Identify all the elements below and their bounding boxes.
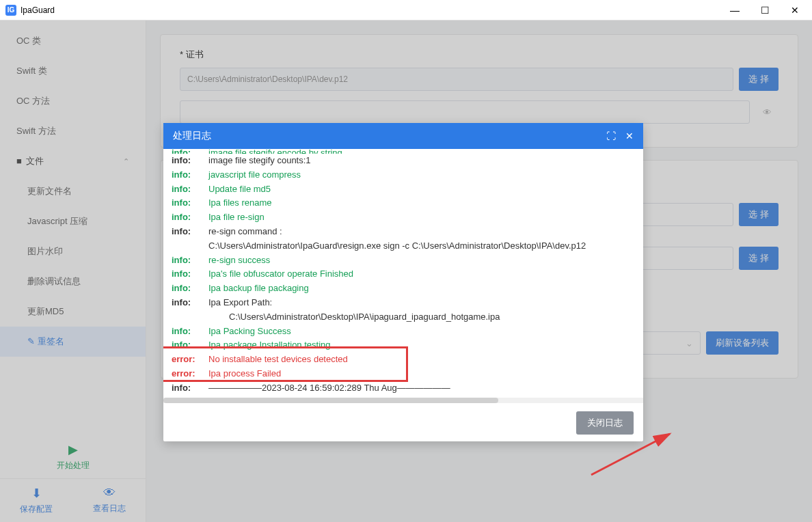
window-title: IpaGuard <box>21 5 726 15</box>
log-line: info:Ipa Packing Success <box>172 325 635 339</box>
log-line: C:\Users\Administrator\IpaGuard\resign.e… <box>172 239 635 253</box>
title-bar: IG IpaGuard — ☐ ✕ <box>0 0 812 20</box>
close-log-button[interactable]: 关闭日志 <box>576 411 634 435</box>
log-line: C:\Users\Administrator\Desktop\IPA\ipagu… <box>172 310 635 325</box>
log-line: info:Ipa package Installation testing <box>172 338 635 353</box>
log-line: error:No installable test devices detect… <box>172 353 635 367</box>
log-line: info:image file stegify encode by string <box>172 149 635 154</box>
horizontal-scrollbar[interactable] <box>163 398 643 403</box>
dialog-title: 处理日志 <box>173 130 211 142</box>
log-line: info:Ipa Export Path: <box>172 296 635 310</box>
log-line: error:Ipa process Failed <box>172 367 635 381</box>
log-line: info:re-sign command : <box>172 225 635 239</box>
dialog-close-icon[interactable]: ✕ <box>625 130 634 141</box>
log-line: info:Ipa file re-sign <box>172 210 635 225</box>
log-dialog: 处理日志 ⛶ ✕ info:image file stegify encode … <box>163 123 643 441</box>
app-logo: IG <box>5 5 16 16</box>
log-line: info:image file stegify counts:1 <box>172 154 635 168</box>
log-line: info:Ipa's file obfuscator operate Finis… <box>172 267 635 281</box>
window-close-button[interactable]: ✕ <box>786 5 804 16</box>
log-line: info:Ipa backup file packaging <box>172 281 635 296</box>
log-line: info:——————2023-08-24 16:59:02:289 Thu A… <box>172 381 635 396</box>
log-line: info:Update file md5 <box>172 182 635 197</box>
window-minimize-button[interactable]: — <box>726 5 744 16</box>
dialog-fullscreen-icon[interactable]: ⛶ <box>606 130 616 141</box>
log-line: info:javascript file compress <box>172 168 635 182</box>
log-line: info:Ipa files rename <box>172 196 635 210</box>
window-maximize-button[interactable]: ☐ <box>756 5 774 16</box>
log-line: info:re-sign success <box>172 253 635 268</box>
